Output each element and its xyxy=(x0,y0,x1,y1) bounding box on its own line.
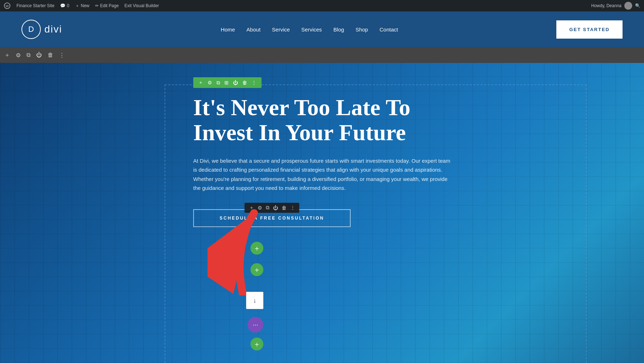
toolbar-add-icon[interactable]: ＋ xyxy=(4,51,10,59)
site-nav: Home About Service Services Blog Shop Co… xyxy=(221,26,398,33)
nav-home[interactable]: Home xyxy=(221,26,235,33)
row-columns-icon[interactable]: ⊞ xyxy=(224,80,229,85)
row-more-icon[interactable]: ⋮ xyxy=(252,80,257,85)
chat-bubble-circle[interactable]: ··· xyxy=(248,317,263,333)
new-link[interactable]: ＋ New xyxy=(75,3,89,9)
edit-page-link[interactable]: ✏ Edit Page xyxy=(95,3,119,8)
plus-icon-bottom: ＋ xyxy=(253,339,260,349)
toolbar-power-icon[interactable]: ⏻ xyxy=(36,52,42,58)
wp-logo-link[interactable]: W xyxy=(4,2,11,9)
toolbar-copy-icon[interactable]: ⧉ xyxy=(26,52,30,58)
red-arrow-indicator xyxy=(208,195,279,295)
plus-icon: ＋ xyxy=(253,244,260,253)
plus-icon: ＋ xyxy=(75,3,79,9)
logo-circle-icon: D xyxy=(21,20,41,39)
row-settings-icon[interactable]: ⚙ xyxy=(208,80,212,85)
comment-icon: 💬 xyxy=(60,3,65,8)
hero-section: ＋ ⚙ ⧉ ⊞ ⏻ 🗑 ⋮ It's Never Too Late To Inv… xyxy=(72,63,572,241)
svg-text:W: W xyxy=(6,4,9,8)
admin-bar: W Finance Starter Site 💬 0 ＋ New ✏ Edit … xyxy=(0,0,644,11)
add-section-circle[interactable]: ＋ xyxy=(250,263,263,276)
nav-contact[interactable]: Contact xyxy=(380,26,398,33)
header-cta-button[interactable]: GET STARTED xyxy=(556,20,623,39)
exit-builder-link[interactable]: Exit Visual Builder xyxy=(125,3,159,8)
row-toolbar: ＋ ⚙ ⧉ ⊞ ⏻ 🗑 ⋮ xyxy=(193,77,262,88)
nav-blog[interactable]: Blog xyxy=(333,26,344,33)
search-admin-icon[interactable]: 🔍 xyxy=(635,3,640,8)
add-bottom-circle[interactable]: ＋ xyxy=(250,338,263,350)
plus-icon-lower: ＋ xyxy=(253,265,260,275)
toolbar-settings-icon[interactable]: ⚙ xyxy=(16,52,21,59)
logo-text: divi xyxy=(44,24,62,35)
nav-shop[interactable]: Shop xyxy=(356,26,368,33)
main-content: ＋ ⚙ ⧉ ⊞ ⏻ 🗑 ⋮ It's Never Too Late To Inv… xyxy=(0,63,644,363)
nav-service[interactable]: Service xyxy=(272,26,290,33)
nav-about[interactable]: About xyxy=(247,26,260,33)
scroll-down-button[interactable]: ↓ xyxy=(246,292,263,309)
row-power-icon[interactable]: ⏻ xyxy=(233,80,238,85)
pencil-icon: ✏ xyxy=(95,3,99,8)
nav-services[interactable]: Services xyxy=(301,26,322,33)
admin-user-info: Howdy, Deanna 🔍 xyxy=(591,2,641,10)
down-arrow-icon: ↓ xyxy=(253,297,257,304)
row-delete-icon[interactable]: 🗑 xyxy=(242,80,247,85)
site-logo[interactable]: D divi xyxy=(21,20,62,39)
hero-content: It's Never Too Late To Invest In Your Fu… xyxy=(72,95,572,241)
hero-description: At Divi, we believe that a secure and pr… xyxy=(193,156,451,193)
row-add-icon[interactable]: ＋ xyxy=(198,79,203,86)
toolbar-more-icon[interactable]: ⋮ xyxy=(59,52,65,59)
module-delete-icon[interactable]: 🗑 xyxy=(282,205,287,211)
add-module-circle[interactable]: ＋ xyxy=(250,242,263,255)
chat-dots-icon: ··· xyxy=(253,321,258,329)
site-name-link[interactable]: Finance Starter Site xyxy=(16,3,54,8)
hero-title: It's Never Too Late To Invest In Your Fu… xyxy=(193,95,451,146)
module-more-icon[interactable]: ⋮ xyxy=(290,205,295,211)
row-copy-icon[interactable]: ⧉ xyxy=(216,80,220,86)
site-header: D divi Home About Service Services Blog … xyxy=(0,11,644,47)
builder-toolbar: ＋ ⚙ ⧉ ⏻ 🗑 ⋮ xyxy=(0,47,644,63)
user-avatar[interactable] xyxy=(624,2,632,10)
comments-link[interactable]: 💬 0 xyxy=(60,3,69,8)
toolbar-delete-icon[interactable]: 🗑 xyxy=(48,52,53,58)
